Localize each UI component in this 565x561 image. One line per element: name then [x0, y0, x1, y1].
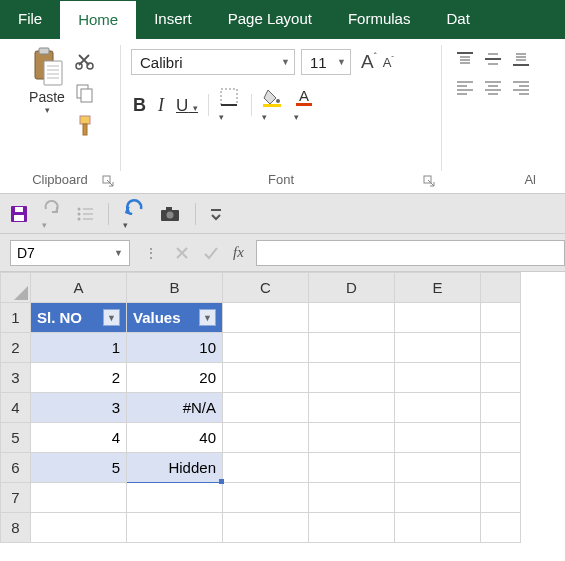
tab-data[interactable]: Dat: [428, 0, 487, 39]
row-header[interactable]: 1: [1, 303, 31, 333]
cell[interactable]: Values▼: [127, 303, 223, 333]
cell[interactable]: [395, 423, 481, 453]
cell[interactable]: #N/A: [127, 393, 223, 423]
column-header[interactable]: [481, 273, 521, 303]
cell[interactable]: [481, 303, 521, 333]
cell[interactable]: Hidden: [127, 453, 223, 483]
cell[interactable]: 2: [31, 363, 127, 393]
cell[interactable]: [309, 513, 395, 543]
cell[interactable]: 4: [31, 423, 127, 453]
cell[interactable]: [31, 483, 127, 513]
row-header[interactable]: 5: [1, 423, 31, 453]
cell[interactable]: 10: [127, 333, 223, 363]
cell[interactable]: [309, 333, 395, 363]
dialog-launcher[interactable]: [102, 175, 114, 187]
cell[interactable]: [481, 363, 521, 393]
cell[interactable]: [309, 483, 395, 513]
tab-page-layout[interactable]: Page Layout: [210, 0, 330, 39]
row-header[interactable]: 3: [1, 363, 31, 393]
customize-qat-button[interactable]: [210, 207, 222, 221]
row-header[interactable]: 6: [1, 453, 31, 483]
cell[interactable]: [395, 363, 481, 393]
cell[interactable]: [31, 513, 127, 543]
borders-button[interactable]: ▾: [219, 87, 241, 123]
align-middle-button[interactable]: [484, 51, 502, 67]
cell[interactable]: [223, 453, 309, 483]
increase-font-button[interactable]: Aˆ: [361, 51, 377, 73]
column-header[interactable]: D: [309, 273, 395, 303]
font-name-selector[interactable]: Calibri▼: [131, 49, 295, 75]
undo-button[interactable]: ▾: [123, 197, 145, 231]
spreadsheet-grid[interactable]: A B C D E 1 Sl. NO▼ Values▼ 2 1 10 3 2 2…: [0, 272, 521, 543]
cell[interactable]: [395, 333, 481, 363]
column-header[interactable]: A: [31, 273, 127, 303]
align-top-button[interactable]: [456, 51, 474, 67]
tab-home[interactable]: Home: [60, 0, 136, 39]
column-header[interactable]: C: [223, 273, 309, 303]
cancel-formula-button[interactable]: [175, 246, 189, 260]
cell[interactable]: [309, 453, 395, 483]
align-left-button[interactable]: [456, 79, 474, 95]
column-header[interactable]: E: [395, 273, 481, 303]
cell[interactable]: [395, 513, 481, 543]
row-header[interactable]: 7: [1, 483, 31, 513]
dialog-launcher[interactable]: [423, 175, 435, 187]
align-right-button[interactable]: [512, 79, 530, 95]
cell[interactable]: [223, 333, 309, 363]
font-color-button[interactable]: A ▾: [294, 87, 316, 123]
align-center-button[interactable]: [484, 79, 502, 95]
cell[interactable]: [395, 393, 481, 423]
column-header[interactable]: B: [127, 273, 223, 303]
row-header[interactable]: 8: [1, 513, 31, 543]
name-box[interactable]: D7▼: [10, 240, 130, 266]
tab-insert[interactable]: Insert: [136, 0, 210, 39]
table-resize-handle[interactable]: [219, 479, 224, 484]
cell[interactable]: [223, 483, 309, 513]
filter-button[interactable]: ▼: [199, 309, 216, 326]
align-bottom-button[interactable]: [512, 51, 530, 67]
camera-button[interactable]: [159, 205, 181, 223]
tab-file[interactable]: File: [0, 0, 60, 39]
cell[interactable]: [481, 453, 521, 483]
cell[interactable]: [309, 303, 395, 333]
select-all-corner[interactable]: [1, 273, 31, 303]
cell[interactable]: [395, 483, 481, 513]
bold-button[interactable]: B: [133, 95, 146, 116]
cell[interactable]: [223, 513, 309, 543]
cell[interactable]: [223, 393, 309, 423]
save-button[interactable]: [10, 205, 28, 223]
font-size-selector[interactable]: 11▼: [301, 49, 351, 75]
cell[interactable]: Sl. NO▼: [31, 303, 127, 333]
enter-formula-button[interactable]: [203, 246, 219, 260]
cell[interactable]: [481, 333, 521, 363]
insert-function-button[interactable]: fx: [233, 244, 244, 261]
cell[interactable]: [127, 513, 223, 543]
bullets-button[interactable]: [76, 205, 94, 223]
paste-button[interactable]: Paste ▾: [25, 47, 69, 115]
cell[interactable]: [395, 303, 481, 333]
cell[interactable]: [309, 363, 395, 393]
copy-button[interactable]: [75, 83, 95, 103]
underline-button[interactable]: U ▾: [176, 96, 198, 116]
cell[interactable]: [223, 423, 309, 453]
formula-bar[interactable]: [256, 240, 565, 266]
format-painter-button[interactable]: [75, 115, 95, 137]
italic-button[interactable]: I: [158, 95, 164, 116]
cell[interactable]: [395, 453, 481, 483]
cell[interactable]: [481, 483, 521, 513]
cell[interactable]: 40: [127, 423, 223, 453]
expand-handle[interactable]: ⋮: [138, 245, 165, 261]
decrease-font-button[interactable]: Aˇ: [383, 54, 394, 70]
cell[interactable]: [481, 513, 521, 543]
cell[interactable]: 5: [31, 453, 127, 483]
cell[interactable]: [127, 483, 223, 513]
row-header[interactable]: 2: [1, 333, 31, 363]
filter-button[interactable]: ▼: [103, 309, 120, 326]
cell[interactable]: 1: [31, 333, 127, 363]
redo-button[interactable]: ▾: [42, 197, 62, 231]
cut-button[interactable]: [75, 51, 95, 71]
cell[interactable]: 20: [127, 363, 223, 393]
tab-formulas[interactable]: Formulas: [330, 0, 429, 39]
cell[interactable]: [223, 363, 309, 393]
cell[interactable]: [481, 423, 521, 453]
